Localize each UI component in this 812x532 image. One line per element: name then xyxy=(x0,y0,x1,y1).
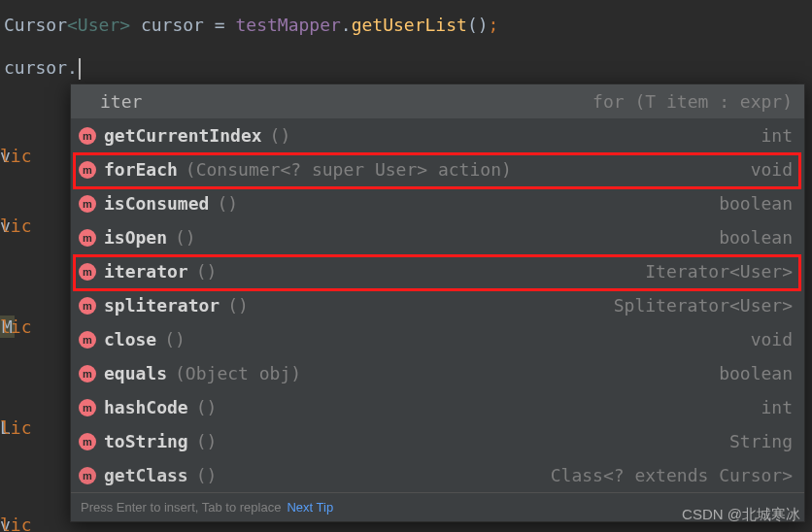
completion-item-iter[interactable]: iterfor (T item : expr) xyxy=(71,84,804,118)
bg-code: lic v xyxy=(0,146,11,166)
assign-op: = xyxy=(215,15,236,35)
method-call: getUserList xyxy=(352,15,467,35)
method-icon: m xyxy=(79,433,96,450)
method-icon: m xyxy=(79,161,96,179)
hint-text: Press Enter to insert, Tab to replace xyxy=(81,500,281,515)
parens: () xyxy=(467,15,489,35)
completion-return-type: Spliterator<User> xyxy=(614,295,793,316)
completion-return-type: Class<? extends Cursor> xyxy=(551,465,793,485)
method-icon: m xyxy=(79,365,96,382)
method-icon: m xyxy=(79,467,96,484)
completion-name: equals xyxy=(104,363,167,383)
completion-signature: () xyxy=(196,465,218,485)
variable-name: cursor xyxy=(130,15,215,35)
completion-name: spliterator xyxy=(104,295,220,316)
dot: . xyxy=(341,15,352,35)
method-icon: m xyxy=(79,263,96,281)
bg-code: lic v xyxy=(0,515,11,532)
completion-signature: () xyxy=(217,193,238,214)
completion-name: hashCode xyxy=(104,397,188,417)
completion-name: getClass xyxy=(104,465,188,485)
completion-return-type: boolean xyxy=(719,227,793,248)
method-icon: m xyxy=(79,229,96,247)
variable-ref: cursor xyxy=(4,57,67,78)
code-editor[interactable]: Cursor<User> cursor = testMapper.getUser… xyxy=(0,0,812,93)
completion-name: iter xyxy=(79,91,142,112)
completion-signature: () xyxy=(196,397,218,417)
completion-return-type: boolean xyxy=(719,363,793,383)
completion-name: close xyxy=(104,329,156,349)
completion-signature: () xyxy=(227,295,249,316)
method-icon: m xyxy=(79,399,96,416)
completion-item-toString[interactable]: mtoString()String xyxy=(71,424,804,458)
completion-name: iterator xyxy=(104,261,188,282)
code-line-1: Cursor<User> cursor = testMapper.getUser… xyxy=(4,8,808,43)
text-caret xyxy=(79,58,81,80)
completion-item-close[interactable]: mclose()void xyxy=(71,322,804,356)
completion-signature: () xyxy=(196,431,218,451)
type-name: Cursor xyxy=(4,15,67,35)
completion-return-type: int xyxy=(761,397,793,417)
completion-name: forEach xyxy=(104,159,178,180)
completion-return-type: Iterator<User> xyxy=(645,261,793,282)
dot: . xyxy=(67,57,78,78)
completion-name: isConsumed xyxy=(104,193,209,214)
next-tip-link[interactable]: Next Tip xyxy=(287,500,333,515)
completion-return-type: for (T item : expr) xyxy=(592,91,793,112)
completion-item-hashCode[interactable]: mhashCode()int xyxy=(71,390,804,424)
code-line-2: cursor. xyxy=(4,50,808,85)
method-icon: m xyxy=(79,297,96,315)
bg-code: lic v xyxy=(0,216,11,236)
completion-name: getCurrentIndex xyxy=(104,125,262,146)
completion-return-type: String xyxy=(729,431,793,451)
bg-code: lic M xyxy=(0,316,15,337)
completion-signature: (Consumer<? super User> action) xyxy=(186,159,512,180)
completion-return-type: int xyxy=(761,125,793,146)
completion-signature: (Object obj) xyxy=(175,363,301,383)
completion-return-type: boolean xyxy=(719,193,793,214)
bg-code: lic L xyxy=(0,417,11,438)
completion-return-type: void xyxy=(751,159,793,180)
completion-item-getClass[interactable]: mgetClass()Class<? extends Cursor> xyxy=(71,458,804,492)
completion-name: toString xyxy=(104,431,188,451)
completion-item-equals[interactable]: mequals(Object obj)boolean xyxy=(71,356,804,390)
watermark: CSDN @北城寒冰 xyxy=(682,506,800,524)
completion-signature: () xyxy=(175,227,196,248)
completion-name: isOpen xyxy=(104,227,167,248)
completion-item-iterator[interactable]: miterator()Iterator<User> xyxy=(71,254,804,288)
generic-param: <User> xyxy=(67,15,130,35)
method-icon: m xyxy=(79,331,96,349)
completion-item-getCurrentIndex[interactable]: mgetCurrentIndex()int xyxy=(71,118,804,152)
completion-item-isOpen[interactable]: misOpen()boolean xyxy=(71,220,804,254)
completion-return-type: void xyxy=(751,329,793,349)
completion-popup[interactable]: iterfor (T item : expr)mgetCurrentIndex(… xyxy=(70,83,805,522)
method-icon: m xyxy=(79,127,96,145)
completion-signature: () xyxy=(270,125,291,146)
method-icon: m xyxy=(79,195,96,213)
completion-signature: () xyxy=(164,329,186,349)
completion-item-isConsumed[interactable]: misConsumed()boolean xyxy=(71,186,804,220)
completion-item-forEach[interactable]: mforEach(Consumer<? super User> action)v… xyxy=(71,152,804,186)
completion-item-spliterator[interactable]: mspliterator()Spliterator<User> xyxy=(71,288,804,322)
semicolon: ; xyxy=(489,15,499,35)
call-target: testMapper xyxy=(235,15,340,35)
completion-signature: () xyxy=(196,261,218,282)
